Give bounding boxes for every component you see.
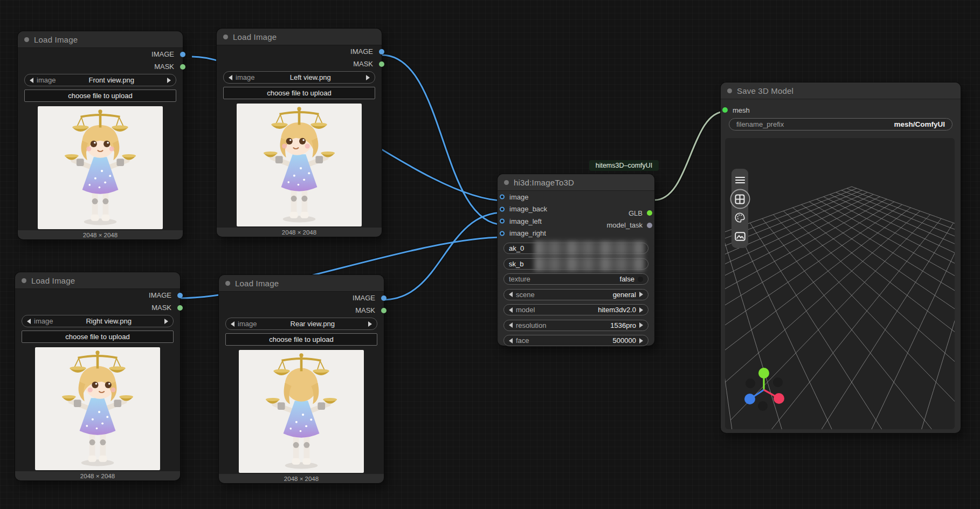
image-left-input-port[interactable] bbox=[500, 219, 505, 224]
toggle-knob-icon[interactable] bbox=[638, 277, 643, 282]
image-preview[interactable] bbox=[239, 350, 364, 473]
image-size-caption: 2048 × 2048 bbox=[18, 230, 183, 239]
combo-next-icon[interactable] bbox=[639, 322, 643, 328]
combo-next-icon[interactable] bbox=[368, 321, 372, 327]
combo-prev-icon[interactable] bbox=[30, 78, 33, 83]
load-image-node-front[interactable]: Load Image IMAGE MASK image Front view.p… bbox=[18, 31, 183, 239]
scene-combo[interactable]: scene general bbox=[503, 289, 648, 300]
node-title: Load Image bbox=[31, 276, 75, 285]
combo-prev-icon[interactable] bbox=[509, 322, 513, 328]
combo-label: image bbox=[34, 317, 53, 325]
node-header[interactable]: Load Image bbox=[217, 29, 382, 45]
axis-x-handle[interactable] bbox=[774, 393, 784, 404]
mask-output-port[interactable] bbox=[177, 305, 183, 311]
mask-output-port[interactable] bbox=[381, 308, 387, 313]
image-size-caption: 2048 × 2048 bbox=[217, 228, 382, 237]
palette-icon[interactable] bbox=[731, 210, 748, 226]
image-output-port[interactable] bbox=[177, 293, 183, 298]
glb-output-port[interactable] bbox=[647, 210, 652, 216]
node-header[interactable]: Load Image bbox=[219, 275, 384, 292]
wire-rear-to-image-back bbox=[383, 212, 504, 300]
collapse-dot-icon[interactable] bbox=[225, 281, 230, 286]
combo-value: Rear view.png bbox=[260, 320, 365, 328]
image-output-port[interactable] bbox=[379, 49, 384, 54]
combo-next-icon[interactable] bbox=[164, 319, 168, 324]
hi3d-image-to-3d-node[interactable]: hi3d:ImageTo3D image image_back image_le… bbox=[498, 174, 654, 346]
choose-file-button[interactable]: choose file to upload bbox=[225, 333, 377, 346]
ak-key-field[interactable]: ak_0 bbox=[503, 243, 648, 254]
node-title: Load Image bbox=[235, 279, 279, 288]
combo-label: image bbox=[236, 73, 254, 81]
node-title: Load Image bbox=[233, 32, 277, 42]
combo-prev-icon[interactable] bbox=[231, 321, 234, 327]
image-preview[interactable] bbox=[237, 104, 362, 226]
choose-file-button[interactable]: choose file to upload bbox=[223, 87, 375, 99]
image-output-port[interactable] bbox=[180, 52, 185, 57]
node-header[interactable]: Save 3D Model bbox=[721, 82, 961, 99]
node-header[interactable]: Load Image bbox=[15, 272, 180, 289]
output-image-row: IMAGE bbox=[217, 45, 382, 58]
collapse-dot-icon[interactable] bbox=[727, 88, 732, 93]
axis-gizmo[interactable] bbox=[740, 360, 789, 411]
combo-next-icon[interactable] bbox=[639, 292, 643, 297]
model-task-output-port[interactable] bbox=[647, 223, 652, 228]
load-image-node-right[interactable]: Load Image IMAGE MASK image Right view.p… bbox=[15, 272, 180, 480]
mesh-input-port[interactable] bbox=[722, 107, 728, 113]
image-preview[interactable] bbox=[35, 347, 160, 470]
save-3d-model-node[interactable]: Save 3D Model mesh filename_prefix mesh/… bbox=[721, 82, 961, 433]
combo-prev-icon[interactable] bbox=[509, 307, 513, 313]
collapse-dot-icon[interactable] bbox=[24, 37, 29, 42]
axis-z-handle[interactable] bbox=[744, 394, 755, 404]
resolution-combo[interactable]: resolution 1536pro bbox=[503, 320, 648, 331]
axis-y-handle[interactable] bbox=[758, 368, 769, 379]
collapse-dot-icon[interactable] bbox=[22, 278, 26, 283]
combo-prev-icon[interactable] bbox=[509, 338, 513, 343]
image-preview[interactable] bbox=[38, 106, 163, 229]
collapse-dot-icon[interactable] bbox=[504, 180, 509, 185]
mesh-input-row: mesh bbox=[721, 104, 961, 116]
output-mask-label: MASK bbox=[355, 306, 375, 314]
load-image-node-rear[interactable]: Load Image IMAGE MASK image Rear view.pn… bbox=[219, 275, 384, 483]
menu-icon[interactable] bbox=[731, 172, 748, 188]
image-combo-widget[interactable]: image Rear view.png bbox=[225, 318, 377, 330]
choose-file-button[interactable]: choose file to upload bbox=[24, 90, 176, 102]
image-back-input-port[interactable] bbox=[500, 207, 505, 211]
image-combo-widget[interactable]: image Right view.png bbox=[22, 315, 174, 327]
combo-next-icon[interactable] bbox=[639, 338, 643, 343]
combo-next-icon[interactable] bbox=[639, 307, 643, 313]
node-header[interactable]: Load Image bbox=[18, 31, 183, 48]
image-right-input-port[interactable] bbox=[500, 231, 505, 236]
model-viewport[interactable] bbox=[725, 138, 955, 429]
combo-next-icon[interactable] bbox=[366, 75, 370, 80]
face-combo[interactable]: face 500000 bbox=[503, 335, 648, 346]
image-combo-widget[interactable]: image Left view.png bbox=[223, 71, 375, 84]
wire-left-to-image-left bbox=[382, 55, 504, 225]
mask-output-port[interactable] bbox=[180, 64, 185, 70]
output-mask-label: MASK bbox=[154, 63, 174, 71]
collapse-dot-icon[interactable] bbox=[223, 35, 228, 39]
sk-key-field[interactable]: sk_b bbox=[503, 258, 648, 270]
node-header[interactable]: hi3d:ImageTo3D bbox=[498, 174, 654, 191]
mask-output-port[interactable] bbox=[379, 61, 384, 67]
combo-prev-icon[interactable] bbox=[27, 319, 31, 324]
axis-neg-ball bbox=[758, 401, 768, 411]
output-mask-row: MASK bbox=[18, 60, 183, 73]
viewport-toolbar bbox=[731, 169, 748, 248]
image-input-port[interactable] bbox=[500, 195, 505, 200]
filename-prefix-field[interactable]: filename_prefix mesh/ComfyUI bbox=[729, 118, 953, 130]
image-icon[interactable] bbox=[731, 229, 748, 245]
output-image-row: IMAGE bbox=[18, 48, 183, 60]
image-output-port[interactable] bbox=[381, 295, 387, 301]
node-title: Load Image bbox=[34, 35, 78, 44]
combo-next-icon[interactable] bbox=[167, 78, 171, 83]
image-combo-widget[interactable]: image Front view.png bbox=[24, 74, 176, 86]
texture-toggle[interactable]: texture false bbox=[503, 273, 648, 285]
output-mask-label: MASK bbox=[151, 304, 171, 312]
choose-file-button[interactable]: choose file to upload bbox=[22, 331, 174, 343]
model-combo[interactable]: model hitem3dv2.0 bbox=[503, 304, 648, 315]
load-image-node-left[interactable]: Load Image IMAGE MASK image Left view.pn… bbox=[217, 29, 382, 237]
input-image-row: image bbox=[498, 191, 654, 203]
grid-view-icon[interactable] bbox=[731, 191, 748, 207]
combo-prev-icon[interactable] bbox=[229, 75, 232, 80]
combo-prev-icon[interactable] bbox=[509, 292, 513, 297]
